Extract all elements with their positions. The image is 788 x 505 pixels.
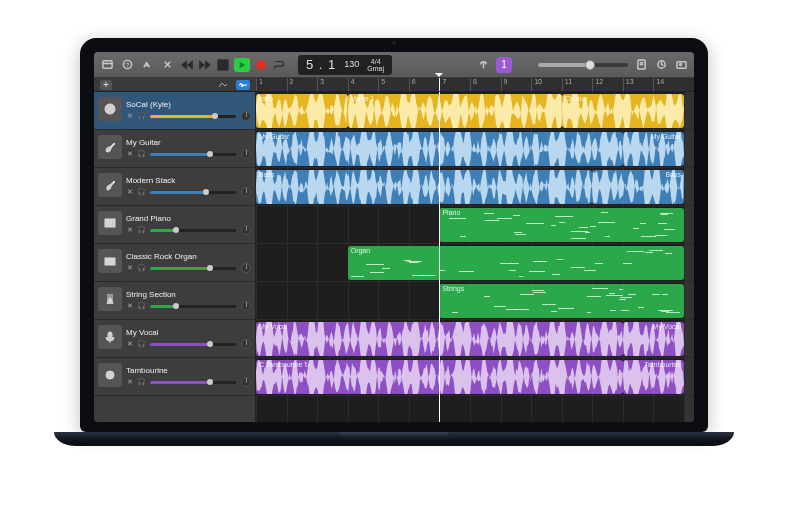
track-instrument-icon[interactable] xyxy=(98,287,122,311)
region-label: My Guitar xyxy=(651,133,681,140)
mute-icon[interactable]: ✕ xyxy=(126,264,134,272)
region-label: Organ xyxy=(351,247,681,254)
lcd-display[interactable]: 5 . 1 130 4/4 Gmaj xyxy=(298,55,392,75)
pan-knob[interactable] xyxy=(241,225,251,235)
pan-knob[interactable] xyxy=(241,187,251,197)
track-instrument-icon[interactable] xyxy=(98,325,122,349)
track-instrument-icon[interactable] xyxy=(98,211,122,235)
main-toolbar: ? 5 . 1 130 4/4 Gmaj xyxy=(94,52,694,78)
track-name: My Guitar xyxy=(126,138,251,147)
track-instrument-icon[interactable] xyxy=(98,135,122,159)
track-instrument-icon[interactable] xyxy=(98,173,122,197)
cycle-button[interactable] xyxy=(272,58,286,72)
track-volume-slider[interactable] xyxy=(150,267,236,270)
track-header[interactable]: SoCal (Kyle)✕🎧 xyxy=(94,92,255,130)
pan-knob[interactable] xyxy=(241,263,251,273)
track-name: My Vocal xyxy=(126,328,251,337)
track-instrument-icon[interactable] xyxy=(98,363,122,387)
waveform-view-icon[interactable] xyxy=(236,80,250,90)
mute-icon[interactable]: ✕ xyxy=(126,302,134,310)
count-in-button[interactable]: 1 xyxy=(496,57,512,73)
track-instrument-icon[interactable] xyxy=(98,249,122,273)
solo-headphones-icon[interactable]: 🎧 xyxy=(137,340,145,348)
playhead[interactable] xyxy=(439,78,440,91)
notepad-icon[interactable] xyxy=(634,58,648,72)
arrange-area[interactable]: IntroVerse 1ChorusMy GuitarMy GuitarBass… xyxy=(256,92,694,422)
region[interactable]: My Guitar xyxy=(623,132,684,166)
region[interactable]: Intro xyxy=(256,94,348,128)
mute-icon[interactable]: ✕ xyxy=(126,378,134,386)
pan-knob[interactable] xyxy=(241,339,251,349)
track-header[interactable]: Modern Stack✕🎧 xyxy=(94,168,255,206)
track-volume-slider[interactable] xyxy=(150,229,236,232)
track-volume-slider[interactable] xyxy=(150,153,236,156)
region[interactable]: Organ xyxy=(348,246,684,280)
close-panel-icon[interactable] xyxy=(160,58,174,72)
ruler-tick: 11 xyxy=(562,78,573,91)
region[interactable]: Bass xyxy=(256,170,592,204)
region[interactable]: My Vocal xyxy=(623,322,684,356)
pan-knob[interactable] xyxy=(241,111,251,121)
track-volume-slider[interactable] xyxy=(150,343,236,346)
track-volume-slider[interactable] xyxy=(150,305,236,308)
loop-browser-icon[interactable] xyxy=(654,58,668,72)
solo-headphones-icon[interactable]: 🎧 xyxy=(137,264,145,272)
track-header[interactable]: Classic Rock Organ✕🎧 xyxy=(94,244,255,282)
stop-button[interactable] xyxy=(216,58,230,72)
master-volume-slider[interactable] xyxy=(538,63,628,67)
record-button[interactable] xyxy=(256,60,266,70)
time-signature: 4/4 xyxy=(367,58,384,65)
track-volume-slider[interactable] xyxy=(150,115,236,118)
region[interactable]: Chorus xyxy=(562,94,684,128)
region[interactable]: Strings xyxy=(439,284,684,318)
region[interactable]: Tambourine xyxy=(623,360,684,394)
solo-headphones-icon[interactable]: 🎧 xyxy=(137,302,145,310)
playhead[interactable] xyxy=(439,92,440,422)
track-header[interactable]: String Section✕🎧 xyxy=(94,282,255,320)
region-label: Bass xyxy=(259,171,589,178)
region-label: Intro xyxy=(259,95,345,102)
playhead-position: 5 . 1 xyxy=(306,57,336,72)
region[interactable]: Verse 1 xyxy=(348,94,562,128)
mute-icon[interactable]: ✕ xyxy=(126,188,134,196)
track-instrument-icon[interactable] xyxy=(98,97,122,121)
region[interactable]: Piano xyxy=(439,208,684,242)
solo-headphones-icon[interactable]: 🎧 xyxy=(137,188,145,196)
track-header[interactable]: Tambourine✕🎧 xyxy=(94,358,255,396)
track-header[interactable]: My Guitar✕🎧 xyxy=(94,130,255,168)
pan-knob[interactable] xyxy=(241,149,251,159)
solo-headphones-icon[interactable]: 🎧 xyxy=(137,150,145,158)
rewind-button[interactable] xyxy=(180,58,194,72)
pan-knob[interactable] xyxy=(241,377,251,387)
play-button[interactable] xyxy=(234,58,250,72)
add-track-button[interactable]: + xyxy=(100,80,112,90)
media-browser-icon[interactable] xyxy=(674,58,688,72)
track-volume-slider[interactable] xyxy=(150,191,236,194)
automation-view-icon[interactable] xyxy=(216,80,230,90)
ruler-tick: 12 xyxy=(592,78,603,91)
track-volume-slider[interactable] xyxy=(150,381,236,384)
editors-icon[interactable] xyxy=(140,58,154,72)
svg-rect-15 xyxy=(105,219,115,227)
track-name: Tambourine xyxy=(126,366,251,375)
track-header-bar: + 1234567891011121314 xyxy=(94,78,694,92)
mute-icon[interactable]: ✕ xyxy=(126,340,134,348)
ruler-tick: 1 xyxy=(256,78,263,91)
track-header[interactable]: Grand Piano✕🎧 xyxy=(94,206,255,244)
pan-knob[interactable] xyxy=(241,301,251,311)
svg-rect-4 xyxy=(217,59,228,70)
forward-button[interactable] xyxy=(198,58,212,72)
solo-headphones-icon[interactable]: 🎧 xyxy=(137,378,145,386)
solo-headphones-icon[interactable]: 🎧 xyxy=(137,226,145,234)
solo-headphones-icon[interactable]: 🎧 xyxy=(137,112,145,120)
bar-ruler[interactable]: 1234567891011121314 xyxy=(256,78,694,91)
mute-icon[interactable]: ✕ xyxy=(126,226,134,234)
library-icon[interactable] xyxy=(100,58,114,72)
track-name: SoCal (Kyle) xyxy=(126,100,251,109)
tuner-icon[interactable] xyxy=(476,58,490,72)
mute-icon[interactable]: ✕ xyxy=(126,150,134,158)
region[interactable]: Bass xyxy=(592,170,684,204)
track-header[interactable]: My Vocal✕🎧 xyxy=(94,320,255,358)
mute-icon[interactable]: ✕ xyxy=(126,112,134,120)
quick-help-icon[interactable]: ? xyxy=(120,58,134,72)
